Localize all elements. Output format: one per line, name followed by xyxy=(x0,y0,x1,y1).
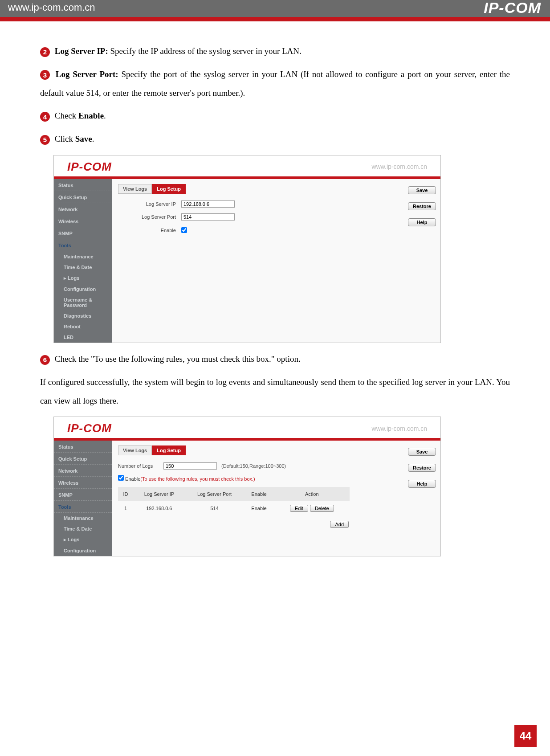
ss2-tabs: View LogsLog Setup xyxy=(118,445,434,456)
input-number-of-logs[interactable] xyxy=(163,462,217,470)
step-4: 4 Check Enable. xyxy=(40,106,510,125)
sidebar-sub-time-date[interactable]: Time & Date xyxy=(54,262,112,273)
sidebar-item-network[interactable]: Network xyxy=(54,465,112,477)
ss1-side-buttons: Save Restore Help xyxy=(408,186,436,226)
step-3: 3 Log Server Port: Specify the port of t… xyxy=(40,65,510,102)
restore-button[interactable]: Restore xyxy=(408,202,436,210)
step-6-text: Check the "To use the following rules, y… xyxy=(55,354,301,364)
sidebar-item-tools[interactable]: Tools xyxy=(54,239,112,251)
save-button[interactable]: Save xyxy=(408,186,436,194)
step-2-label: Log Server IP: xyxy=(55,46,108,56)
step-4-pre: Check xyxy=(55,111,78,120)
sidebar-sub-logs[interactable]: Logs xyxy=(54,534,112,545)
sidebar-item-wireless[interactable]: Wireless xyxy=(54,477,112,489)
ss2-logo: IP-COM xyxy=(67,421,112,435)
ss1-sidebar: Status Quick Setup Network Wireless SNMP… xyxy=(54,179,112,343)
label-enable: Enable xyxy=(118,225,176,236)
cell-enable: Enable xyxy=(244,501,274,515)
step-number-4: 4 xyxy=(40,112,50,122)
page-header: www.ip-com.com.cn IP-COM xyxy=(0,0,550,17)
tab-log-setup[interactable]: Log Setup xyxy=(152,184,186,194)
screenshot-2: IP-COM www.ip-com.com.cn Status Quick Se… xyxy=(53,417,441,556)
cell-id: 1 xyxy=(118,501,133,515)
header-url: www.ip-com.com.cn xyxy=(8,2,95,13)
table-row: 1 192.168.0.6 514 Enable EditDelete xyxy=(118,501,350,515)
ss2-sidebar: Status Quick Setup Network Wireless SNMP… xyxy=(54,441,112,556)
ss2-main: View LogsLog Setup Number of Logs (Defau… xyxy=(112,441,440,556)
checkbox-enable-rules[interactable] xyxy=(118,475,124,481)
step-4-bold: Enable xyxy=(78,111,104,120)
sidebar-sub-logs[interactable]: Logs xyxy=(54,273,112,284)
step-2: 2 Log Server IP: Specify the IP address … xyxy=(40,42,510,61)
cell-ip: 192.168.0.6 xyxy=(133,501,185,515)
cell-action: EditDelete xyxy=(274,501,350,515)
th-ip: Log Server IP xyxy=(133,487,185,501)
sidebar-sub-reboot[interactable]: Reboot xyxy=(54,321,112,332)
tab-log-setup[interactable]: Log Setup xyxy=(152,445,186,455)
step-number-6: 6 xyxy=(40,355,50,365)
ss1-logo: IP-COM xyxy=(67,160,112,174)
cell-port: 514 xyxy=(185,501,244,515)
sidebar-sub-time-date[interactable]: Time & Date xyxy=(54,523,112,534)
restore-button[interactable]: Restore xyxy=(408,464,436,472)
row-enable: Enable xyxy=(118,225,434,236)
sidebar-sub-maintenance[interactable]: Maintenance xyxy=(54,251,112,262)
edit-button[interactable]: Edit xyxy=(290,505,308,512)
save-button[interactable]: Save xyxy=(408,448,436,456)
ss2-url: www.ip-com.com.cn xyxy=(372,425,427,432)
sidebar-sub-led[interactable]: LED xyxy=(54,332,112,343)
sidebar-item-quick-setup[interactable]: Quick Setup xyxy=(54,191,112,203)
sidebar-sub-username-password[interactable]: Username & Password xyxy=(54,294,112,311)
th-port: Log Server Port xyxy=(185,487,244,501)
checkbox-enable[interactable] xyxy=(181,227,187,233)
sidebar-sub-maintenance[interactable]: Maintenance xyxy=(54,513,112,523)
sidebar-item-status[interactable]: Status xyxy=(54,441,112,453)
help-button[interactable]: Help xyxy=(408,218,436,226)
delete-button[interactable]: Delete xyxy=(310,505,334,512)
note-enable-rules: (To use the following rules, you must ch… xyxy=(140,476,255,482)
add-button[interactable]: Add xyxy=(330,521,349,528)
sidebar-sub-configuration[interactable]: Configuration xyxy=(54,545,112,556)
ss1-main: View LogsLog Setup Log Server IP Log Ser… xyxy=(112,179,440,343)
step-3-label: Log Server Port: xyxy=(56,69,118,79)
screenshot-1: IP-COM www.ip-com.com.cn Status Quick Se… xyxy=(53,155,441,343)
th-id: ID xyxy=(118,487,133,501)
row-number-of-logs: Number of Logs (Default:150,Range:100~30… xyxy=(118,461,434,471)
step-6: 6 Check the "To use the following rules,… xyxy=(40,350,510,368)
tab-view-logs[interactable]: View Logs xyxy=(118,445,152,455)
sidebar-sub-diagnostics[interactable]: Diagnostics xyxy=(54,311,112,321)
sidebar-item-network[interactable]: Network xyxy=(54,203,112,215)
step-2-text: Specify the IP address of the syslog ser… xyxy=(110,46,301,56)
ss1-tabs: View LogsLog Setup xyxy=(118,184,434,194)
step-5: 5 Click Save. xyxy=(40,130,510,148)
header-red-bar xyxy=(0,17,550,21)
sidebar-item-status[interactable]: Status xyxy=(54,179,112,191)
step-number-3: 3 xyxy=(40,70,50,80)
ss1-body: Status Quick Setup Network Wireless SNMP… xyxy=(54,179,440,343)
input-log-server-ip[interactable] xyxy=(181,200,235,208)
rules-table: ID Log Server IP Log Server Port Enable … xyxy=(118,487,350,515)
tab-view-logs[interactable]: View Logs xyxy=(118,184,152,194)
sidebar-item-snmp[interactable]: SNMP xyxy=(54,227,112,239)
sidebar-item-wireless[interactable]: Wireless xyxy=(54,215,112,227)
th-action: Action xyxy=(274,487,350,501)
sidebar-sub-configuration[interactable]: Configuration xyxy=(54,284,112,294)
final-paragraph: If configured successfully, the system w… xyxy=(40,373,510,410)
help-button[interactable]: Help xyxy=(408,480,436,488)
ss2-header: IP-COM www.ip-com.com.cn xyxy=(54,417,440,438)
input-log-server-port[interactable] xyxy=(181,213,235,221)
row-log-server-ip: Log Server IP xyxy=(118,199,434,209)
sidebar-item-snmp[interactable]: SNMP xyxy=(54,489,112,501)
hint-number-of-logs: (Default:150,Range:100~300) xyxy=(221,461,286,471)
label-number-of-logs: Number of Logs xyxy=(118,461,158,471)
ss1-url: www.ip-com.com.cn xyxy=(372,163,427,170)
label-log-server-port: Log Server Port xyxy=(118,212,176,222)
sidebar-item-quick-setup[interactable]: Quick Setup xyxy=(54,453,112,465)
ss2-body: Status Quick Setup Network Wireless SNMP… xyxy=(54,441,440,556)
sidebar-item-tools[interactable]: Tools xyxy=(54,501,112,513)
document-content: 2 Log Server IP: Specify the IP address … xyxy=(0,21,550,556)
ss2-side-buttons: Save Restore Help xyxy=(408,448,436,488)
step-5-bold: Save xyxy=(75,134,92,143)
row-enable-rules: Enable(To use the following rules, you m… xyxy=(118,474,434,484)
rules-header-row: ID Log Server IP Log Server Port Enable … xyxy=(118,487,350,501)
